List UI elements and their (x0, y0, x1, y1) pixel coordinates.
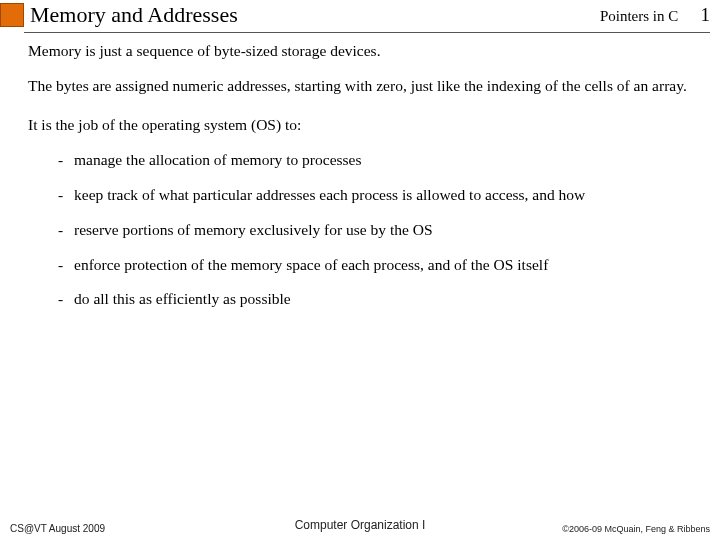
paragraph-1: Memory is just a sequence of byte-sized … (28, 41, 706, 62)
list-item-text: enforce protection of the memory space o… (74, 256, 548, 273)
footer-center: Computer Organization I (295, 518, 426, 532)
list-item: keep track of what particular addresses … (58, 185, 706, 206)
list-item: manage the allocation of memory to proce… (58, 150, 706, 171)
list-item-text: reserve portions of memory exclusively f… (74, 221, 433, 238)
body: Memory is just a sequence of byte-sized … (0, 33, 720, 310)
footer-right: ©2006-09 McQuain, Feng & Ribbens (562, 524, 710, 534)
list-item-text: keep track of what particular addresses … (74, 186, 585, 203)
header: Memory and Addresses Pointers in C 1 (0, 0, 720, 28)
list-item-text: manage the allocation of memory to proce… (74, 151, 362, 168)
page-number: 1 (692, 4, 710, 26)
bullet-intro: It is the job of the operating system (O… (28, 115, 706, 136)
paragraph-2: The bytes are assigned numeric addresses… (28, 76, 706, 97)
list-item: enforce protection of the memory space o… (58, 255, 706, 276)
list-item: reserve portions of memory exclusively f… (58, 220, 706, 241)
list-item-text: do all this as efficiently as possible (74, 290, 291, 307)
footer-left: CS@VT August 2009 (10, 523, 105, 534)
bullet-list: manage the allocation of memory to proce… (28, 150, 706, 311)
course-label: Pointers in C (600, 8, 678, 24)
footer: CS@VT August 2009 Computer Organization … (0, 523, 720, 534)
slide-title: Memory and Addresses (30, 2, 600, 28)
slide: Memory and Addresses Pointers in C 1 Mem… (0, 0, 720, 540)
list-item: do all this as efficiently as possible (58, 289, 706, 310)
header-right: Pointers in C 1 (600, 4, 710, 26)
accent-square-icon (0, 3, 24, 27)
